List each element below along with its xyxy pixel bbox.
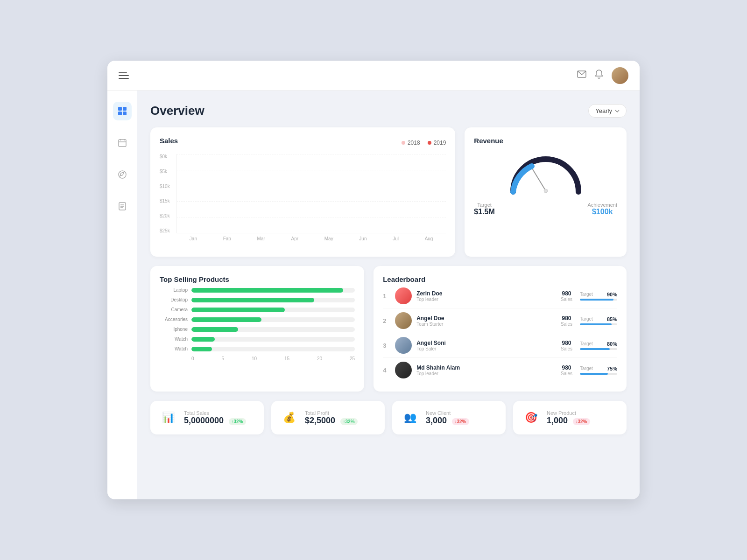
svg-rect-5: [119, 140, 126, 147]
legend-2019: 2019: [428, 140, 446, 146]
lb-progress-bg: [580, 373, 617, 375]
stat-badge: ↓32%: [573, 418, 590, 425]
charts-row: Sales 2018 2019: [150, 127, 627, 257]
mail-icon[interactable]: [577, 70, 586, 80]
lb-progress-fill: [580, 348, 610, 350]
sidebar: [107, 91, 137, 499]
sidebar-item-reports[interactable]: [113, 197, 132, 216]
product-label: Watch: [160, 346, 188, 351]
hamburger-icon[interactable]: [119, 72, 129, 79]
stat-value: 3,000: [426, 416, 447, 425]
product-bar-fill: [191, 347, 212, 351]
topbar-left: [119, 72, 129, 79]
lb-avatar: [395, 312, 412, 329]
leaderboard-row: 3 Angel Soni Top Saler 980 Sales Target …: [383, 333, 617, 358]
lb-progress-fill: [580, 323, 612, 325]
lb-rank: 4: [383, 367, 390, 374]
product-bar-fill: [191, 288, 343, 293]
product-label: Watch: [160, 336, 188, 342]
lb-role: Top leader: [416, 297, 553, 302]
lb-name: Angel Doe: [416, 315, 553, 322]
x-axis-labels: Jan Fab Mar Apr May Jun Jul Aug: [176, 236, 446, 247]
leaderboard-title: Leaderboard: [383, 275, 425, 283]
svg-rect-4: [123, 112, 127, 115]
chart-legend: 2018 2019: [402, 140, 446, 146]
lb-avatar: [395, 362, 412, 378]
lb-role: Top Saler: [416, 346, 553, 351]
products-title: Top Selling Products: [160, 275, 229, 283]
svg-point-9: [119, 171, 126, 178]
lb-target: Target 85%: [580, 316, 617, 325]
lb-sales: 980 Sales: [561, 364, 572, 376]
stat-info: New Product 1,000 ↓32%: [547, 410, 590, 426]
product-label: Iphone: [160, 327, 188, 332]
gauge-target: Target $1.5M: [474, 202, 494, 216]
products-card: Top Selling Products LaptopDesktopCamera…: [150, 266, 364, 392]
revenue-card: Revenue Target: [465, 127, 627, 257]
lb-info: Angel Doe Team Starter: [416, 315, 553, 327]
leaderboard-row: 4 Md Shahin Alam Top leader 980 Sales Ta…: [383, 358, 617, 382]
app-wrapper: Overview Yearly Sales 2018: [107, 61, 640, 499]
product-row-watch: Watch: [160, 346, 355, 351]
lb-sales: 980 Sales: [561, 315, 572, 327]
product-row-iphone: Iphone: [160, 327, 355, 332]
legend-dot-2019: [428, 141, 431, 145]
svg-rect-3: [118, 112, 122, 115]
lb-info: Zerin Doe Top leader: [416, 290, 553, 302]
stat-label: Total Profit: [305, 410, 358, 416]
bell-icon[interactable]: [595, 70, 603, 81]
lb-sales: 980 Sales: [561, 290, 572, 302]
period-selector[interactable]: Yearly: [588, 104, 627, 118]
product-row-laptop: Laptop: [160, 287, 355, 293]
period-label: Yearly: [595, 107, 612, 114]
stat-icon-total-profit: 💰: [280, 408, 298, 427]
topbar-right: [577, 67, 628, 84]
lb-name: Angel Soni: [416, 340, 553, 346]
legend-dot-2018: [402, 141, 405, 145]
sidebar-item-compass[interactable]: [113, 165, 132, 184]
stat-card-total-sales: 📊 Total Sales 5,0000000 ↑32%: [150, 401, 264, 434]
product-bar-fill: [191, 298, 314, 302]
product-row-camera: Camera: [160, 307, 355, 312]
stat-info: Total Sales 5,0000000 ↑32%: [184, 410, 246, 426]
lb-rank: 2: [383, 317, 390, 324]
stat-card-new-client: 👥 New Client 3,000 ↓32%: [392, 401, 506, 434]
page-title: Overview: [150, 104, 204, 118]
stat-badge: ↑32%: [229, 418, 246, 425]
revenue-title: Revenue: [474, 137, 503, 145]
lb-rank: 3: [383, 342, 390, 349]
product-row-watch: Watch: [160, 336, 355, 342]
stat-icon-new-product: 🎯: [521, 408, 540, 427]
product-label: Accesories: [160, 317, 188, 322]
lb-info: Angel Soni Top Saler: [416, 340, 553, 351]
sales-chart-area: $25k $20k $15k $10k $5k $0k: [160, 154, 446, 247]
leaderboard-row: 2 Angel Doe Team Starter 980 Sales Targe…: [383, 308, 617, 333]
product-row-desktop: Desktop: [160, 297, 355, 302]
product-label: Desktop: [160, 297, 188, 302]
sidebar-item-calendar[interactable]: [113, 133, 132, 152]
stat-value: $2,5000: [305, 416, 335, 425]
product-bar-bg: [191, 347, 355, 351]
sales-chart-title: Sales: [160, 137, 178, 145]
product-bar-bg: [191, 337, 355, 342]
leaderboard-card: Leaderboard 1 Zerin Doe Top leader 980 S…: [374, 266, 627, 392]
product-label: Laptop: [160, 287, 188, 293]
sidebar-item-dashboard[interactable]: [113, 102, 132, 120]
svg-rect-2: [123, 107, 127, 111]
product-bar-fill: [191, 337, 215, 342]
lb-name: Zerin Doe: [416, 290, 553, 297]
sales-card: Sales 2018 2019: [150, 127, 455, 257]
leaderboard-row: 1 Zerin Doe Top leader 980 Sales Target …: [383, 284, 617, 308]
page-header: Overview Yearly: [150, 104, 627, 118]
main-layout: Overview Yearly Sales 2018: [107, 91, 640, 499]
stats-row: 📊 Total Sales 5,0000000 ↑32% 💰 Total Pro…: [150, 401, 627, 434]
lb-name: Md Shahin Alam: [416, 364, 553, 371]
stat-value: 5,0000000: [184, 416, 224, 425]
gauge-labels: Target $1.5M Achievement $100k: [474, 202, 617, 216]
topbar: [107, 61, 640, 91]
lb-info: Md Shahin Alam Top leader: [416, 364, 553, 376]
stat-card-total-profit: 💰 Total Profit $2,5000 ↑32%: [271, 401, 385, 434]
avatar[interactable]: [612, 67, 628, 84]
gauge-svg: [504, 150, 588, 196]
lb-avatar: [395, 287, 412, 304]
